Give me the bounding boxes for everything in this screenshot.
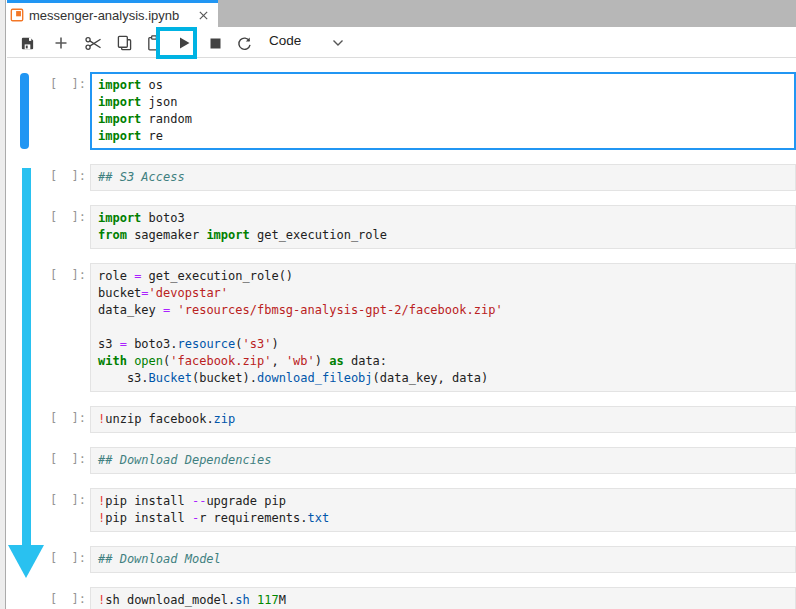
save-button[interactable]	[18, 34, 36, 52]
code-line: ## Download Dependencies	[98, 452, 795, 469]
restart-kernel-button[interactable]	[235, 34, 253, 52]
code-line: !pip install -r requirements.txt	[98, 510, 795, 527]
notebook-cell[interactable]: [ ]:## Download Dependencies	[7, 447, 796, 474]
cell-type-dropdown[interactable]: Code	[269, 33, 301, 48]
notebook-cell[interactable]: [ ]:## Download Model	[7, 546, 796, 573]
chevron-down-icon[interactable]	[329, 34, 347, 52]
code-line: import random	[98, 111, 794, 128]
cell-prompt: [ ]:	[7, 587, 90, 609]
code-line: data_key = 'resources/fbmsg-analysis-gpt…	[98, 302, 795, 319]
left-panel-edge	[0, 0, 6, 609]
notebook-cell[interactable]: [ ]:import osimport jsonimport randomimp…	[7, 72, 796, 150]
notebook-cell[interactable]: [ ]:## S3 Access	[7, 164, 796, 191]
cell-editor[interactable]: !pip install --upgrade pip!pip install -…	[90, 488, 796, 532]
save-icon	[20, 36, 35, 51]
cell-editor[interactable]: import osimport jsonimport randomimport …	[90, 72, 796, 150]
cell-editor[interactable]: import boto3from sagemaker import get_ex…	[90, 205, 796, 249]
copy-button[interactable]	[115, 34, 133, 52]
cell-editor[interactable]: ## Download Dependencies	[90, 447, 796, 474]
annotation-selection-bar	[20, 73, 29, 149]
code-line	[98, 319, 795, 336]
close-icon[interactable]	[196, 8, 210, 22]
code-line: ## S3 Access	[98, 169, 795, 186]
add-cell-button[interactable]	[52, 34, 70, 52]
restart-icon	[237, 36, 252, 51]
code-line: s3.Bucket(bucket).download_fileobj(data_…	[98, 370, 795, 387]
cell-editor[interactable]: role = get_execution_role()bucket='devop…	[90, 263, 796, 392]
annotation-down-arrow-head	[8, 545, 44, 578]
cell-editor[interactable]: !sh download_model.sh 117M	[90, 587, 796, 609]
notebook-cell[interactable]: [ ]:import boto3from sagemaker import ge…	[7, 205, 796, 249]
clipboard-icon	[147, 35, 161, 51]
plus-icon	[54, 36, 68, 50]
annotation-down-arrow	[22, 168, 31, 545]
jupyterlab-window: messenger-analysis.ipynb	[0, 0, 796, 609]
code-line: import os	[98, 77, 794, 94]
tab-title: messenger-analysis.ipynb	[29, 8, 196, 23]
code-line: !sh download_model.sh 117M	[98, 592, 795, 609]
code-line: with open('facebook.zip', 'wb') as data:	[98, 353, 795, 370]
notebook-cell[interactable]: [ ]:role = get_execution_role()bucket='d…	[7, 263, 796, 392]
run-button[interactable]	[175, 34, 193, 52]
cell-prompt: [ ]:	[7, 447, 90, 474]
code-line: s3 = boto3.resource('s3')	[98, 336, 795, 353]
cell-prompt: [ ]:	[7, 263, 90, 392]
copy-icon	[117, 35, 132, 51]
cell-editor[interactable]: ## Download Model	[90, 546, 796, 573]
cell-prompt: [ ]:	[7, 164, 90, 191]
cell-prompt: [ ]:	[7, 205, 90, 249]
notebook-toolbar: Code	[7, 27, 796, 58]
notebook-icon	[10, 8, 24, 22]
cell-editor[interactable]: !unzip facebook.zip	[90, 406, 796, 433]
code-line: ## Download Model	[98, 551, 795, 568]
stop-button[interactable]	[206, 34, 224, 52]
cell-prompt: [ ]:	[7, 488, 90, 532]
stop-icon	[210, 38, 221, 49]
code-line: import re	[98, 128, 794, 145]
cell-type-label: Code	[269, 33, 301, 48]
code-line: !pip install --upgrade pip	[98, 493, 795, 510]
notebook-panel: [ ]:import osimport jsonimport randomimp…	[7, 58, 796, 609]
paste-button[interactable]	[145, 34, 163, 52]
code-line: import json	[98, 94, 794, 111]
notebook-cell[interactable]: [ ]:!unzip facebook.zip	[7, 406, 796, 433]
code-line: import boto3	[98, 210, 795, 227]
notebook-cell[interactable]: [ ]:!pip install --upgrade pip!pip insta…	[7, 488, 796, 532]
code-line: bucket='devopstar'	[98, 285, 795, 302]
cell-editor[interactable]: ## S3 Access	[90, 164, 796, 191]
cut-button[interactable]	[84, 34, 102, 52]
tab-bar: messenger-analysis.ipynb	[7, 0, 796, 27]
code-line: !unzip facebook.zip	[98, 411, 795, 428]
run-icon	[178, 36, 191, 50]
code-line: from sagemaker import get_execution_role	[98, 227, 795, 244]
code-line: role = get_execution_role()	[98, 268, 795, 285]
cell-prompt: [ ]:	[7, 406, 90, 433]
scissors-icon	[85, 36, 102, 51]
notebook-tab[interactable]: messenger-analysis.ipynb	[7, 0, 218, 27]
notebook-cell[interactable]: [ ]:!sh download_model.sh 117M	[7, 587, 796, 609]
